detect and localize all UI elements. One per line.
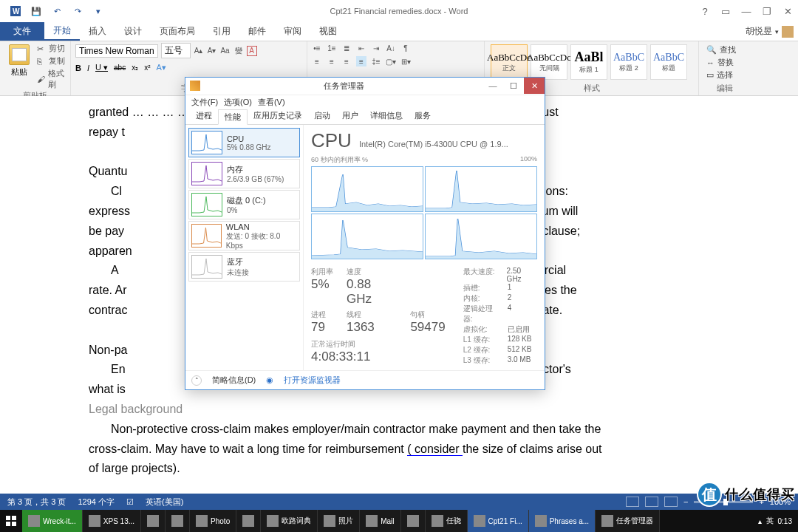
superscript-button[interactable]: x² xyxy=(144,64,150,72)
show-marks-icon[interactable]: ¶ xyxy=(400,43,411,53)
tm-cpu-graphs[interactable] xyxy=(311,166,537,259)
clear-format-icon[interactable]: A xyxy=(247,46,257,56)
shrink-font-icon[interactable]: A▾ xyxy=(207,46,217,56)
system-tray[interactable]: ▴ 英 0:13 xyxy=(758,516,798,526)
tab-home[interactable]: 开始 xyxy=(44,22,80,41)
cut-button[interactable]: ✂剪切 xyxy=(37,43,66,54)
style-nospacing[interactable]: AaBbCcDc无间隔 xyxy=(531,44,567,80)
tm-sidebar-wlan[interactable]: WLAN发送: 0 接收: 8.0 Kbps xyxy=(188,221,300,250)
style-heading1[interactable]: AaBl标题 1 xyxy=(570,44,607,80)
tm-minimize-icon[interactable]: — xyxy=(482,78,503,94)
decrease-indent-icon[interactable]: ⇤ xyxy=(356,43,366,53)
close-icon[interactable]: ✕ xyxy=(777,2,798,20)
help-icon[interactable]: ? xyxy=(695,2,715,20)
underline-button[interactable]: U ▾ xyxy=(95,63,108,72)
taskbar-item[interactable] xyxy=(401,510,426,532)
language-indicator[interactable]: 英语(美国) xyxy=(146,497,183,508)
text-effects-button[interactable]: A▾ xyxy=(156,63,166,72)
taskbar-item[interactable]: 照片 xyxy=(318,510,360,532)
tm-tab-services[interactable]: 服务 xyxy=(409,109,437,124)
qat-dropdown-icon[interactable]: ▾ xyxy=(93,6,103,16)
increase-indent-icon[interactable]: ⇥ xyxy=(371,43,381,53)
line-spacing-icon[interactable]: ‡≡ xyxy=(371,56,381,66)
strikethrough-button[interactable]: abc xyxy=(114,64,126,72)
change-case-icon[interactable]: Aa xyxy=(220,46,231,56)
numbering-icon[interactable]: 1≡ xyxy=(327,43,337,53)
tm-menu-view[interactable]: 查看(V) xyxy=(256,97,287,108)
undo-icon[interactable]: ↶ xyxy=(52,6,62,16)
align-left-icon[interactable]: ≡ xyxy=(312,56,322,66)
align-justify-icon[interactable]: ≡ xyxy=(356,56,366,66)
taskbar-item[interactable]: Wreck-it... xyxy=(22,510,83,532)
taskbar-item[interactable]: 任务管理器 xyxy=(596,510,660,532)
tm-tab-users[interactable]: 用户 xyxy=(336,109,364,124)
tm-open-resmon[interactable]: 打开资源监视器 xyxy=(284,375,341,386)
taskbar-item[interactable]: Cpt21 Fi... xyxy=(468,510,529,532)
minimize-icon[interactable]: — xyxy=(736,2,757,20)
bold-button[interactable]: B xyxy=(75,64,81,72)
save-icon[interactable]: 💾 xyxy=(31,6,41,16)
tray-up-icon[interactable]: ▴ xyxy=(758,517,762,525)
proofing-icon[interactable]: ☑ xyxy=(126,497,134,507)
clock[interactable]: 0:13 xyxy=(778,517,792,525)
select-button[interactable]: ▭选择 xyxy=(706,69,743,81)
word-count[interactable]: 1294 个字 xyxy=(78,497,115,508)
print-layout-icon[interactable] xyxy=(626,497,639,507)
taskbar-item[interactable]: XPS 13... xyxy=(83,510,141,532)
tab-layout[interactable]: 页面布局 xyxy=(151,22,204,41)
tab-review[interactable]: 审阅 xyxy=(275,22,310,41)
tm-maximize-icon[interactable]: ☐ xyxy=(503,78,524,94)
bullets-icon[interactable]: •≡ xyxy=(312,43,322,53)
align-center-icon[interactable]: ≡ xyxy=(327,56,337,66)
tab-insert[interactable]: 插入 xyxy=(80,22,115,41)
tab-file[interactable]: 文件 xyxy=(0,22,44,41)
taskbar-item[interactable]: 任骁 xyxy=(426,510,468,532)
borders-icon[interactable]: ⊞▾ xyxy=(400,56,411,66)
taskbar-item[interactable]: Mail xyxy=(360,510,400,532)
style-heading2[interactable]: AaBbC标题 2 xyxy=(610,44,647,80)
tab-view[interactable]: 视图 xyxy=(310,22,346,41)
multilevel-icon[interactable]: ≣ xyxy=(341,43,352,53)
tm-tab-processes[interactable]: 进程 xyxy=(190,109,218,124)
ime-indicator[interactable]: 英 xyxy=(766,516,774,526)
tm-menu-file[interactable]: 文件(F) xyxy=(190,97,219,108)
maximize-icon[interactable]: ❐ xyxy=(757,2,777,20)
copy-button[interactable]: ⎘复制 xyxy=(37,55,66,66)
user-menu[interactable]: 胡悦昱 ▾ xyxy=(741,22,798,41)
phonetic-icon[interactable]: 變 xyxy=(233,46,244,56)
taskbar-item[interactable] xyxy=(141,510,166,532)
grow-font-icon[interactable]: A▴ xyxy=(194,46,204,56)
replace-button[interactable]: ↔替换 xyxy=(706,57,743,68)
redo-icon[interactable]: ↷ xyxy=(72,6,83,16)
taskbar-item[interactable] xyxy=(166,510,190,532)
style-title[interactable]: AaBbC标题 xyxy=(650,44,687,80)
align-right-icon[interactable]: ≡ xyxy=(341,56,352,66)
tab-references[interactable]: 引用 xyxy=(204,22,239,41)
chevron-up-icon[interactable]: ˄ xyxy=(191,375,202,386)
taskbar-item[interactable] xyxy=(236,510,261,532)
tab-mailings[interactable]: 邮件 xyxy=(239,22,275,41)
taskbar-item[interactable]: Phrases a... xyxy=(529,510,596,532)
font-size-select[interactable]: 五号 xyxy=(161,43,191,58)
paste-button[interactable]: 粘贴 xyxy=(4,43,34,90)
tm-sidebar-蓝牙[interactable]: 蓝牙未连接 xyxy=(188,252,300,282)
tab-design[interactable]: 设计 xyxy=(115,22,151,41)
page-indicator[interactable]: 第 3 页，共 3 页 xyxy=(7,497,66,508)
font-family-select[interactable]: Times New Roman xyxy=(75,44,158,58)
find-button[interactable]: 🔍查找 xyxy=(706,44,743,55)
tm-menu-options[interactable]: 选项(O) xyxy=(222,97,253,108)
start-button[interactable] xyxy=(0,510,22,532)
zoom-out-icon[interactable]: − xyxy=(683,497,688,506)
sort-icon[interactable]: A↓ xyxy=(386,43,396,53)
taskbar-item[interactable]: Photo xyxy=(190,510,236,532)
ribbon-toggle-icon[interactable]: ▭ xyxy=(715,2,736,20)
tm-sidebar-cpu[interactable]: CPU5% 0.88 GHz xyxy=(188,128,300,157)
tm-tab-history[interactable]: 应用历史记录 xyxy=(248,109,308,124)
tm-tab-performance[interactable]: 性能 xyxy=(218,109,248,125)
subscript-button[interactable]: x₂ xyxy=(132,64,138,72)
tm-fewer-details[interactable]: 简略信息(D) xyxy=(212,375,256,386)
tm-tab-details[interactable]: 详细信息 xyxy=(364,109,409,124)
tm-close-icon[interactable]: ✕ xyxy=(524,78,545,94)
style-normal[interactable]: AaBbCcDc正文 xyxy=(491,44,528,80)
taskbar-item[interactable]: 欧路词典 xyxy=(261,510,318,532)
